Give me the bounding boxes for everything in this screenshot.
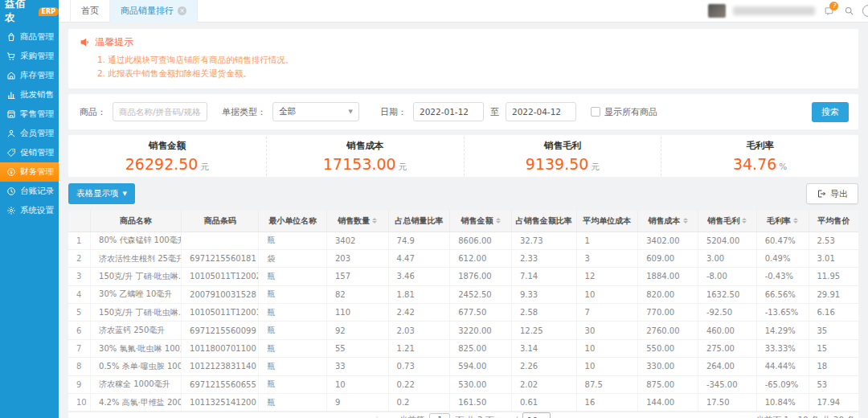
help-icon[interactable]: ? xyxy=(822,5,835,18)
date-to-input[interactable] xyxy=(506,102,576,121)
table-cell: 17.50 xyxy=(698,394,756,412)
tips-title: 温馨提示 xyxy=(95,35,133,49)
show-all-checkbox[interactable] xyxy=(591,107,600,117)
tab-sales-ranking[interactable]: 商品销量排行 × xyxy=(110,0,198,23)
table-cell xyxy=(182,232,259,249)
user-name[interactable] xyxy=(733,6,815,15)
date-label: 日期： xyxy=(380,106,407,118)
column-header: 占总销量比率 xyxy=(388,211,450,232)
tab-bar: 首页 商品销量排行 × xyxy=(70,0,198,23)
table-row[interactable]: 2济农活性生根剂 25毫升6971215560181袋2034.47612.00… xyxy=(68,249,858,267)
tab-home[interactable]: 首页 xyxy=(70,0,110,23)
table-cell: 1632.50 xyxy=(698,285,756,303)
table-row[interactable]: 5150克/升 丁硝·吡虫啉…10105011T1200111瓶1102.426… xyxy=(68,304,858,322)
table-cell: 460.00 xyxy=(698,322,756,339)
table-cell: 济农蓝钙 250毫升 xyxy=(91,322,182,339)
sidebar-item-chart[interactable]: 批发销售 xyxy=(0,85,59,104)
doc-type-select[interactable]: 全部 ▼ xyxy=(272,102,359,121)
table-cell: 677.50 xyxy=(450,304,512,322)
stats-panel: 销售金额 26292.50元 销售成本 17153.00元 销售毛利 9139.… xyxy=(68,135,858,177)
column-header[interactable]: 销售金额 xyxy=(450,211,512,232)
table-row[interactable]: 104.2% 高氯·甲维盐 200…1011325141200瓶90.2161.… xyxy=(68,394,858,412)
tips-line-2: 2. 此报表中销售金额扣除相关退货金额。 xyxy=(80,67,847,80)
search-button[interactable]: 搜索 xyxy=(812,102,849,122)
sidebar-item-finance[interactable]: 财务管理 xyxy=(0,162,59,182)
column-header xyxy=(68,211,91,232)
column-header[interactable]: 销售数量 xyxy=(326,211,388,232)
product-search-input[interactable] xyxy=(113,102,207,121)
sort-icon[interactable] xyxy=(496,218,501,223)
table-cell: 3 xyxy=(576,249,638,267)
table-body: 180% 代森锰锌 100毫升瓶340274.98606.0032.731340… xyxy=(68,232,858,412)
sidebar-item-cart[interactable]: 采购管理 xyxy=(0,47,59,66)
filter-bar: 商品： 单据类型： 全部 ▼ 日期： 至 显示所有商品 搜索 xyxy=(68,94,858,129)
table-cell: 1.81 xyxy=(388,285,450,303)
table-cell: 0.22 xyxy=(388,375,450,393)
table-cell: 1.21 xyxy=(388,339,450,357)
tab-close-icon[interactable]: × xyxy=(178,6,186,15)
pagination-summary: 当前页 1 - 10 条 共 30 条 xyxy=(755,415,855,418)
sort-icon[interactable] xyxy=(793,218,798,223)
table-row[interactable]: 9济农稼全 1000毫升6971215560655瓶100.22530.002.… xyxy=(68,375,858,393)
user-avatar[interactable] xyxy=(708,4,726,18)
table-cell: 0.49% xyxy=(756,249,809,267)
table-row[interactable]: 180% 代森锰锌 100毫升瓶340274.98606.0032.731340… xyxy=(68,232,858,249)
table-cell: 825.00 xyxy=(450,339,512,357)
table-row[interactable]: 730% 氯氟·吡虫啉 100克1011800701100瓶551.21825.… xyxy=(68,339,858,357)
page-size-select[interactable]: 10 ∨ xyxy=(522,412,551,418)
table-cell: 16 xyxy=(576,394,638,412)
table-cell: 7.14 xyxy=(511,268,576,285)
table-cell: 17.94 xyxy=(809,394,858,412)
table-cell: 瓶 xyxy=(259,285,327,303)
table-cell: 2760.00 xyxy=(638,322,698,339)
table-cell: -8.00 xyxy=(698,268,756,285)
table-cell: 瓶 xyxy=(259,375,327,393)
table-header: 商品名称商品条码最小单位名称销售数量占总销量比率销售金额占销售金额比率平均单位成… xyxy=(68,211,858,232)
export-button[interactable]: 导出 xyxy=(806,183,858,204)
sidebar-item-label: 系统设置 xyxy=(20,205,54,216)
column-header[interactable]: 销售成本 xyxy=(638,211,698,232)
sidebar-item-bag[interactable]: 商品管理 xyxy=(0,27,59,47)
table-row[interactable]: 3150克/升 丁硝·吡虫啉…10105011T12002瓶1573.46187… xyxy=(68,268,858,285)
table-cell: -92.50 xyxy=(698,304,756,322)
table-row[interactable]: 80.5% 杀单·噻虫胺 100克1012123831140瓶330.73594… xyxy=(68,358,858,375)
sidebar-item-member[interactable]: 会员管理 xyxy=(0,124,59,143)
table-cell: 770.00 xyxy=(638,304,698,322)
date-from-input[interactable] xyxy=(413,102,484,121)
table-cell: 0.73 xyxy=(388,358,450,375)
column-header[interactable]: 销售毛利 xyxy=(698,211,756,232)
app-logo[interactable]: 益佰农 ERP xyxy=(0,0,59,23)
sales-ranking-table-panel: 商品名称商品条码最小单位名称销售数量占总销量比率销售金额占销售金额比率平均单位成… xyxy=(68,211,858,418)
sidebar-item-store[interactable]: 零售管理 xyxy=(0,104,59,124)
table-cell: 2.58 xyxy=(511,304,576,322)
sidebar-item-tag[interactable]: 促销管理 xyxy=(0,143,59,162)
sidebar-item-warehouse[interactable]: 库存管理 xyxy=(0,66,59,85)
table-cell: 30% 乙螨唑 10毫升 xyxy=(91,285,182,303)
table-cell: 35 xyxy=(809,322,858,339)
sort-icon[interactable] xyxy=(683,218,688,223)
sort-icon[interactable] xyxy=(742,218,747,223)
show-all-checkbox-wrap[interactable]: 显示所有商品 xyxy=(591,106,657,118)
search-icon[interactable] xyxy=(842,5,855,18)
table-cell: 275.00 xyxy=(698,339,756,357)
sidebar-item-gear[interactable]: 系统设置 xyxy=(0,201,59,220)
table-cell: 瓶 xyxy=(259,358,327,375)
date-to-label: 至 xyxy=(490,106,499,118)
page-total: 页·共 3 页 xyxy=(455,415,493,418)
table-cell: 33 xyxy=(326,358,388,375)
sidebar-item-clock[interactable]: 台账记录 xyxy=(0,182,59,201)
column-header[interactable]: 毛利率 xyxy=(756,211,809,232)
sidebar-item-label: 财务管理 xyxy=(20,166,54,178)
table-cell: 9 xyxy=(326,394,388,412)
table-cell: 44.44% xyxy=(756,358,809,375)
stat-sales-cost: 销售成本 17153.00元 xyxy=(266,137,464,176)
table-cell: 3.00 xyxy=(698,249,756,267)
table-columns-button[interactable]: 表格显示项 ▼ xyxy=(68,183,135,204)
table-cell: 瓶 xyxy=(259,322,327,339)
table-cell: 10105011T12002 xyxy=(182,268,259,285)
sort-icon[interactable] xyxy=(372,218,377,223)
table-row[interactable]: 6济农蓝钙 250毫升6971215560099瓶922.033220.0012… xyxy=(68,322,858,339)
page-number-input[interactable] xyxy=(429,413,450,418)
table-row[interactable]: 430% 乙螨唑 10毫升2007910031528瓶821.812452.50… xyxy=(68,285,858,303)
settings-circle-icon[interactable] xyxy=(862,5,868,17)
